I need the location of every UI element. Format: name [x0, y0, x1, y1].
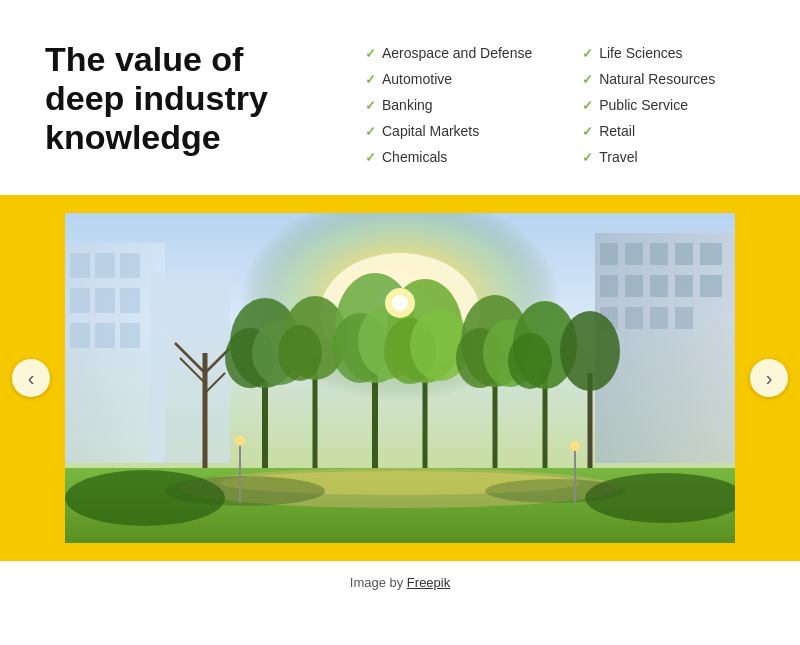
svg-rect-8 [70, 288, 90, 313]
svg-rect-21 [600, 275, 618, 297]
svg-rect-20 [700, 243, 722, 265]
list-item: Retail [582, 123, 715, 139]
svg-rect-28 [650, 307, 668, 329]
attribution-link[interactable]: Freepik [407, 575, 450, 590]
top-section: The value of deep industry knowledge Aer… [0, 0, 800, 195]
svg-rect-27 [625, 307, 643, 329]
list-item: Life Sciences [582, 45, 715, 61]
svg-rect-5 [70, 253, 90, 278]
list-item: Automotive [365, 71, 532, 87]
carousel-next-button[interactable]: › [750, 359, 788, 397]
svg-rect-13 [120, 323, 140, 348]
svg-rect-17 [625, 243, 643, 265]
svg-rect-9 [95, 288, 115, 313]
svg-rect-23 [650, 275, 668, 297]
list-item: Banking [365, 97, 532, 113]
lists-container: Aerospace and DefenseAutomotiveBankingCa… [365, 40, 715, 165]
industry-list-left: Aerospace and DefenseAutomotiveBankingCa… [365, 45, 532, 165]
svg-rect-6 [95, 253, 115, 278]
svg-rect-12 [95, 323, 115, 348]
page-headline: The value of deep industry knowledge [45, 40, 325, 157]
carousel-image [65, 213, 735, 543]
attribution-text: Image by [350, 575, 407, 590]
carousel-prev-button[interactable]: ‹ [12, 359, 50, 397]
carousel-section: ‹ [0, 195, 800, 561]
svg-rect-18 [650, 243, 668, 265]
svg-point-58 [560, 311, 620, 391]
list-item: Travel [582, 149, 715, 165]
svg-point-64 [65, 470, 225, 526]
svg-point-41 [278, 325, 322, 381]
svg-rect-16 [600, 243, 618, 265]
svg-rect-7 [120, 253, 140, 278]
svg-rect-25 [700, 275, 722, 297]
svg-point-67 [235, 436, 245, 446]
svg-rect-11 [70, 323, 90, 348]
attribution: Image by Freepik [0, 561, 800, 600]
svg-rect-24 [675, 275, 693, 297]
svg-rect-10 [120, 288, 140, 313]
list-item: Aerospace and Defense [365, 45, 532, 61]
list-item: Public Service [582, 97, 715, 113]
svg-rect-19 [675, 243, 693, 265]
svg-rect-22 [625, 275, 643, 297]
industry-list-right: Life SciencesNatural ResourcesPublic Ser… [582, 45, 715, 165]
list-item: Natural Resources [582, 71, 715, 87]
svg-point-69 [570, 441, 580, 451]
list-item: Chemicals [365, 149, 532, 165]
svg-point-71 [392, 295, 408, 311]
svg-point-56 [508, 333, 552, 389]
list-item: Capital Markets [365, 123, 532, 139]
svg-rect-29 [675, 307, 693, 329]
